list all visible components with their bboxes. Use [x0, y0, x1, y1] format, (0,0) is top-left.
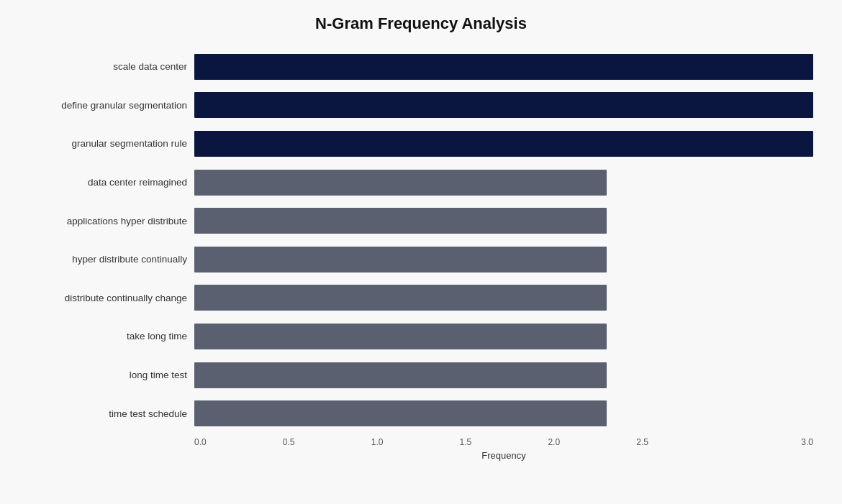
bar-track	[194, 131, 813, 157]
x-ticks: 0.00.51.01.52.02.53.0	[194, 437, 813, 447]
bar-row: hyper distribute continually	[29, 241, 813, 278]
bar-track	[194, 247, 813, 272]
bar-fill	[194, 54, 813, 80]
bar-label: take long time	[29, 331, 194, 342]
bar-fill	[194, 131, 813, 157]
x-axis: 0.00.51.01.52.02.53.0 Frequency	[194, 437, 813, 461]
bar-label: applications hyper distribute	[29, 216, 194, 226]
bar-label: define granular segmentation	[29, 100, 194, 111]
bar-track	[194, 208, 813, 234]
bar-row: define granular segmentation	[29, 86, 813, 124]
bar-row: scale data center	[29, 48, 813, 86]
chart-area: scale data centerdefine granular segment…	[29, 47, 813, 461]
x-tick: 0.5	[283, 437, 371, 447]
bars-section: scale data centerdefine granular segment…	[29, 47, 813, 433]
bar-fill	[194, 285, 607, 311]
bar-fill	[194, 324, 607, 349]
bar-track	[194, 285, 813, 311]
bar-row: applications hyper distribute	[29, 202, 813, 239]
x-tick: 2.5	[636, 437, 725, 447]
bar-fill	[194, 247, 607, 272]
bar-row: data center reimagined	[29, 164, 813, 201]
bar-fill	[194, 208, 607, 234]
bar-fill	[194, 170, 607, 196]
bar-fill	[194, 92, 813, 118]
bar-track	[194, 400, 813, 426]
x-tick: 0.0	[194, 437, 283, 447]
bar-label: scale data center	[29, 61, 194, 72]
chart-container: N-Gram Frequency Analysis scale data cen…	[0, 0, 842, 504]
bar-row: long time test	[29, 357, 813, 394]
bar-label: long time test	[29, 370, 194, 380]
bar-row: time test schedule	[29, 395, 813, 432]
bar-label: time test schedule	[29, 408, 194, 419]
bar-track	[194, 92, 813, 118]
bar-label: hyper distribute continually	[29, 254, 194, 265]
x-tick: 3.0	[725, 437, 813, 447]
bar-label: data center reimagined	[29, 177, 194, 188]
bar-fill	[194, 400, 607, 426]
x-tick: 2.0	[548, 437, 636, 447]
bar-row: take long time	[29, 318, 813, 355]
x-tick: 1.0	[371, 437, 460, 447]
bar-track	[194, 170, 813, 196]
bar-row: granular segmentation rule	[29, 125, 813, 162]
bar-track	[194, 54, 813, 80]
bar-track	[194, 324, 813, 349]
chart-title: N-Gram Frequency Analysis	[315, 14, 527, 33]
x-tick: 1.5	[460, 437, 548, 447]
bar-track	[194, 362, 813, 388]
bar-fill	[194, 362, 607, 388]
bar-row: distribute continually change	[29, 279, 813, 316]
bar-label: granular segmentation rule	[29, 138, 194, 149]
x-axis-label: Frequency	[194, 450, 813, 461]
bar-label: distribute continually change	[29, 293, 194, 303]
